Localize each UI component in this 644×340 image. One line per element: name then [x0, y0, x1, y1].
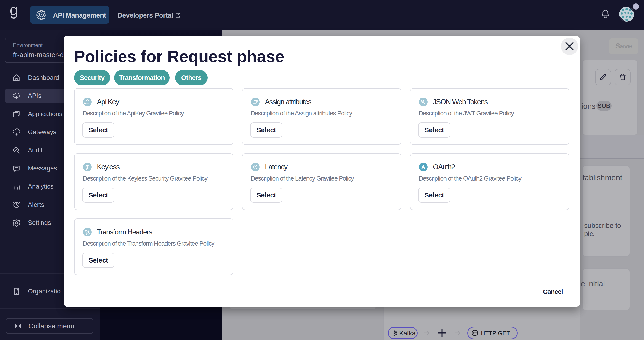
- svg-text:A: A: [421, 164, 425, 170]
